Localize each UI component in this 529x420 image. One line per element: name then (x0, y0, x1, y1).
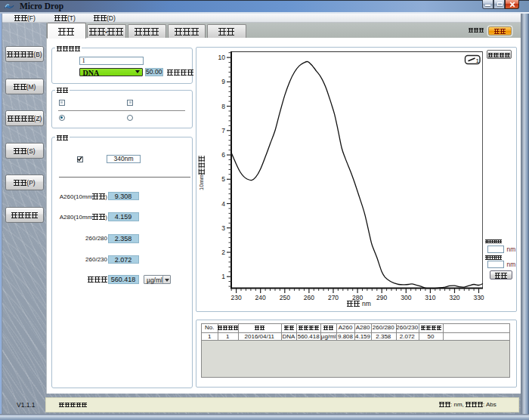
svg-text:5: 5 (221, 175, 225, 183)
svg-text:250: 250 (280, 294, 290, 301)
svg-text:10: 10 (218, 54, 226, 61)
svg-text:7: 7 (221, 127, 225, 134)
svg-text:4: 4 (221, 200, 225, 208)
svg-text:260: 260 (304, 294, 314, 301)
svg-text:1: 1 (476, 57, 480, 64)
svg-text:330: 330 (473, 294, 484, 301)
svg-text:240: 240 (255, 294, 266, 301)
svg-text:300: 300 (401, 294, 411, 301)
svg-text:1: 1 (221, 273, 225, 280)
svg-text:2: 2 (221, 249, 225, 256)
svg-text:230: 230 (231, 294, 242, 301)
svg-text:320: 320 (449, 294, 459, 301)
svg-text:6: 6 (221, 151, 225, 159)
svg-text:310: 310 (425, 294, 435, 301)
svg-text:9: 9 (221, 78, 225, 85)
svg-text:290: 290 (376, 294, 387, 301)
svg-text:270: 270 (328, 294, 339, 301)
svg-text:3: 3 (221, 224, 225, 232)
svg-text:8: 8 (221, 103, 225, 110)
